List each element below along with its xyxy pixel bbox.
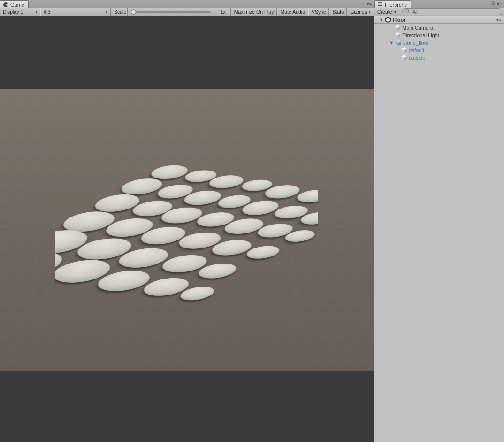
scale-value: 1x [214, 9, 228, 15]
panel-menu-icon[interactable]: ▾≡ [365, 0, 374, 8]
scale-slider-track [131, 11, 211, 13]
search-icon [405, 9, 410, 15]
hierarchy-item-stone-floor[interactable]: ▼ stone_floor [374, 39, 504, 47]
unity-logo-icon [385, 16, 391, 23]
hierarchy-tab-label: Hierarchy [385, 2, 407, 8]
scene-name-label: Floor [393, 17, 406, 23]
hierarchy-tree: ▼ Floor ▾≡ Main Camera Directional Light [374, 16, 504, 442]
aspect-dropdown-label: 4:3 [44, 9, 51, 15]
mute-audio-button[interactable]: Mute Audio [277, 8, 308, 16]
gameobject-cube-icon [394, 32, 401, 39]
game-tabstrip: Game ▾≡ [0, 0, 374, 8]
chevron-down-icon: ♦ [369, 10, 371, 14]
hierarchy-item-directional-light[interactable]: Directional Light [374, 31, 504, 39]
gameobject-cube-icon [394, 24, 401, 31]
hierarchy-item-default[interactable]: default [374, 47, 504, 54]
scale-label-box: Scale [111, 8, 128, 16]
game-tab-label: Game [10, 2, 24, 8]
vsync-button[interactable]: VSync [308, 8, 329, 16]
hierarchy-tabstrip: Hierarchy ▾≡ [374, 0, 504, 8]
scene-menu-icon[interactable]: ▾≡ [496, 17, 504, 22]
gizmos-dropdown[interactable]: Gizmos ♦ [347, 8, 374, 16]
svg-point-40 [406, 9, 409, 12]
hierarchy-search-placeholder: All [412, 9, 417, 15]
stats-button[interactable]: Stats [329, 8, 347, 16]
panel-menu-icon[interactable]: ▾≡ [497, 1, 502, 7]
gameobject-cube-icon [401, 47, 407, 54]
hierarchy-toolbar: Create ▼ All [374, 8, 504, 16]
gizmos-label: Gizmos [350, 9, 367, 15]
maximize-on-play-button[interactable]: Maximize On Play [231, 8, 277, 16]
game-viewport [0, 16, 374, 442]
hierarchy-item-outside[interactable]: outside [374, 54, 504, 62]
panel-controls: ▾≡ [489, 0, 504, 8]
hierarchy-item-main-camera[interactable]: Main Camera [374, 24, 504, 31]
scene-row[interactable]: ▼ Floor ▾≡ [374, 16, 504, 24]
hierarchy-item-label: Directional Light [402, 32, 439, 38]
scale-slider-thumb[interactable] [131, 9, 136, 15]
svg-rect-38 [378, 4, 382, 4]
hierarchy-item-label: Main Camera [402, 25, 433, 31]
display-dropdown-label: Display 1 [3, 9, 23, 15]
display-dropdown[interactable]: Display 1 ♦ [0, 8, 40, 16]
hierarchy-item-label: outside [409, 55, 425, 61]
viewport-render-area [0, 89, 374, 371]
panel-lock-icon[interactable] [491, 1, 496, 7]
viewport-letterbox-top [0, 16, 374, 89]
stats-label: Stats [332, 9, 344, 15]
foldout-arrow-icon[interactable]: ▼ [379, 17, 383, 22]
game-toolbar: Display 1 ♦ 4:3 ♦ Scale 1x Maximize On P… [0, 8, 374, 16]
foldout-arrow-icon[interactable]: ▼ [389, 40, 394, 45]
scale-label: Scale [114, 9, 126, 15]
viewport-letterbox-bottom [0, 371, 374, 442]
gameobject-cube-icon [401, 54, 407, 61]
stone-floor-render [55, 132, 318, 329]
scale-slider[interactable]: 1x [128, 8, 231, 16]
hierarchy-list-icon [377, 1, 383, 8]
hierarchy-item-label: default [409, 47, 424, 53]
hierarchy-panel: Hierarchy ▾≡ Create ▼ All [374, 0, 504, 442]
aspect-dropdown[interactable]: 4:3 ♦ [40, 8, 111, 16]
maximize-on-play-label: Maximize On Play [234, 9, 274, 15]
create-dropdown[interactable]: Create ▼ [374, 8, 400, 16]
prefab-cube-icon [395, 39, 402, 46]
mute-audio-label: Mute Audio [280, 9, 305, 15]
create-dropdown-label: Create [377, 9, 392, 15]
hierarchy-search[interactable]: All [400, 8, 504, 16]
chevron-down-icon: ♦ [106, 10, 107, 14]
svg-rect-39 [378, 5, 382, 6]
hierarchy-item-label: stone_floor [403, 40, 428, 46]
vsync-label: VSync [312, 9, 326, 15]
hierarchy-tab[interactable]: Hierarchy [374, 0, 411, 8]
chevron-down-icon: ♦ [35, 10, 37, 14]
svg-line-41 [409, 12, 410, 13]
game-tab[interactable]: Game [0, 0, 29, 8]
chevron-down-icon: ▼ [394, 10, 397, 14]
svg-rect-37 [378, 2, 382, 3]
game-panel: Game ▾≡ Display 1 ♦ 4:3 ♦ Scale 1x [0, 0, 374, 442]
pacman-icon [3, 2, 8, 8]
